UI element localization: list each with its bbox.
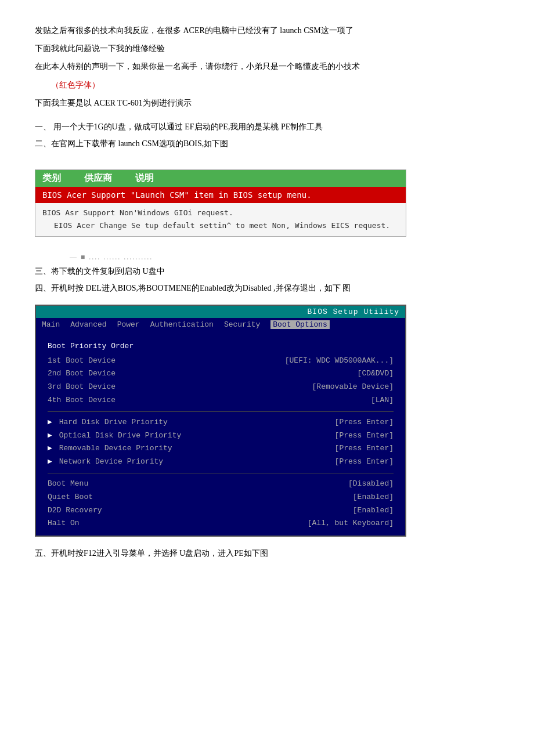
d2d-recovery: D2D Recovery [Enabled] [48,505,394,517]
boot-device-3: 3rd Boot Device [Removable Device] [48,381,394,393]
menu-authentication: Authentication [150,320,214,329]
bios-menu-bar: Main Advanced Power Authentication Secur… [36,318,405,331]
bios-body-line2: EIOS Acer Change Se tup default settin^ … [54,219,399,232]
boot-priority-order-title: Boot Priority Order [48,341,394,353]
bios-table-row-red: BIOS Acer Support "Launch CSM" item in B… [35,187,406,203]
bios-setup-image: BIOS Setup Utility Main Advanced Power A… [35,305,499,537]
article-body: 发贴之后有很多的技术向我反应，在很多 ACER的电脑中已经没有了 launch … [35,23,499,560]
bios-screen: BIOS Setup Utility Main Advanced Power A… [35,305,406,537]
boot-device-1: 1st Boot Device [UEFI: WDC WD5000AAK...] [48,355,394,367]
bios-body-line1: BIOS Asr Support Non'Windows GIOi reques… [42,207,399,219]
paragraph-3-red: （红色字体） [35,78,499,92]
paragraph-2: 下面我就此问题说一下我的维修经验 [35,41,499,56]
bios-table: 类别 供应商 说明 BIOS Acer Support "Launch CSM"… [35,169,406,236]
bios-table-image: 类别 供应商 说明 BIOS Acer Support "Launch CSM"… [35,160,499,245]
bios-divider-1 [48,411,394,412]
boot-menu: Boot Menu [Disabled] [48,478,394,490]
header-description: 说明 [135,172,154,185]
step-1: 一、 用一个大于1G的U盘，做成可以通过 EF启动的PE,我用的是某桃 PE制作… [35,120,499,134]
paragraph-1: 发贴之后有很多的技术向我反应，在很多 ACER的电脑中已经没有了 launch … [35,23,499,38]
menu-advanced: Advanced [70,320,106,329]
menu-power: Power [117,320,140,329]
removable-priority: ▶ Removable Device Priority [Press Enter… [48,443,394,455]
dotted-separator: — ■ .... ...... .......... [70,253,499,262]
header-vendor: 供应商 [84,172,112,185]
step-4: 四、开机时按 DEL进入BIOS,将BOOTMENE的Enabled改为Disa… [35,281,499,295]
bios-screen-title: BIOS Setup Utility [36,306,405,318]
boot-device-4: 4th Boot Device [LAN] [48,395,394,407]
halt-on: Halt On [All, but Keyboard] [48,518,394,530]
boot-device-2: 2nd Boot Device [CD&DVD] [48,368,394,380]
bios-content: Boot Priority Order 1st Boot Device [UEF… [36,331,405,536]
step-3: 三、将下载的文件复制到启动 U盘中 [35,264,499,278]
odd-priority: ▶ Optical Disk Drive Priority [Press Ent… [48,430,394,442]
bios-table-header: 类别 供应商 说明 [35,170,406,187]
hdd-priority: ▶ Hard Disk Drive Priority [Press Enter] [48,417,394,429]
quiet-boot: Quiet Boot [Enabled] [48,491,394,504]
bios-divider-2 [48,473,394,473]
menu-security: Security [224,320,260,329]
menu-main: Main [42,320,60,329]
step-2: 二、在官网上下载带有 launch CSM选项的BOIS,如下图 [35,136,499,151]
paragraph-4: 下面我主要是以 ACER TC-601为例进行演示 [35,96,499,110]
bios-table-body: BIOS Asr Support Non'Windows GIOi reques… [35,203,406,236]
paragraph-3: 在此本人特别的声明一下，如果你是一名高手，请你绕行，小弟只是一个略懂皮毛的小技术 [35,59,499,74]
network-priority: ▶ Network Device Priority [Press Enter] [48,456,394,468]
menu-boot-options: Boot Options [270,320,330,329]
header-category: 类别 [42,172,61,185]
step-5: 五、开机时按F12进入引导菜单，并选择 U盘启动，进入PE如下图 [35,546,499,560]
